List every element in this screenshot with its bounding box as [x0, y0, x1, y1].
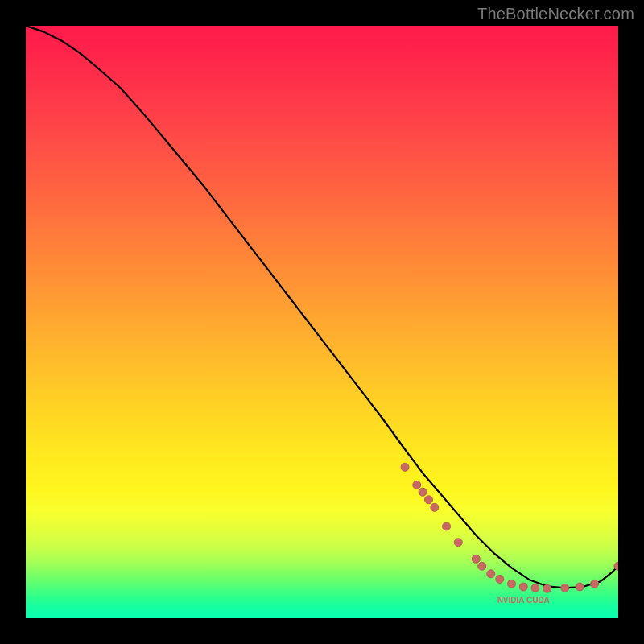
- series-marker: [424, 496, 432, 504]
- series-marker: [454, 539, 462, 547]
- series-marker: [487, 570, 495, 578]
- series-marker: [543, 584, 551, 592]
- series-marker: [413, 481, 421, 489]
- series-marker: [478, 562, 486, 570]
- series-marker: [419, 488, 427, 496]
- series-marker: [508, 580, 516, 588]
- plot-area: NVIDIA CUDA: [26, 26, 618, 618]
- series-marker: [431, 503, 439, 511]
- series-marker: [591, 580, 599, 588]
- series-marker: [576, 583, 584, 591]
- series-marker: [443, 522, 451, 530]
- series-marker: [531, 584, 539, 592]
- bottleneck-curve: [26, 26, 618, 588]
- chart-overlay: NVIDIA CUDA: [26, 26, 618, 618]
- series-marker: [496, 575, 504, 583]
- series-marker: [401, 463, 409, 471]
- series-marker: [519, 583, 527, 591]
- series-marker: [561, 584, 569, 592]
- chart-frame: TheBottleNecker.com NVIDIA CUDA: [0, 0, 644, 644]
- watermark-text: TheBottleNecker.com: [477, 5, 634, 23]
- series-label: NVIDIA CUDA: [497, 596, 550, 605]
- series-marker: [472, 555, 480, 563]
